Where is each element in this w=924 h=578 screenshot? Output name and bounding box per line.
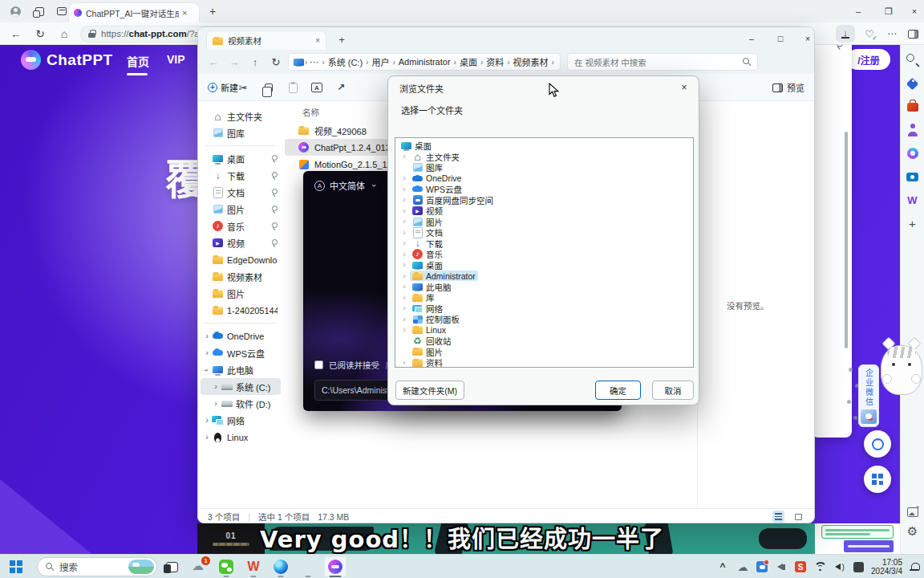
customer-service-button[interactable]	[864, 430, 891, 458]
copilot-sidebar-icon[interactable]	[904, 144, 922, 162]
breadcrumb-item[interactable]: 视频素材	[511, 55, 551, 68]
sidebar-item-视频[interactable]: 视频	[201, 234, 281, 251]
sidebar-item-EdgeDownloads[interactable]: EdgeDownloads	[201, 251, 281, 268]
nav-item-VIP[interactable]: VIP	[167, 53, 185, 75]
taskbar-clock[interactable]: 17:052024/3/4	[871, 558, 902, 576]
cancel-button[interactable]: 取消	[652, 381, 694, 400]
breadcrumb-item[interactable]: 用户	[369, 55, 391, 68]
explorer-minimize-icon[interactable]: –	[740, 31, 763, 46]
tree-item-控制面板[interactable]: ›控制面板	[395, 314, 693, 325]
sidebar-item-1-240205144234[interactable]: 1-240205144234	[201, 302, 281, 319]
tree-expander-icon[interactable]: ›	[399, 239, 410, 247]
sidebar-item-Linux[interactable]: Linux	[201, 429, 281, 446]
window-minimize-icon[interactable]: –	[847, 3, 869, 19]
agree-checkbox[interactable]	[314, 360, 323, 369]
flyout-scrollbar[interactable]	[845, 132, 848, 348]
cut-icon[interactable]	[233, 79, 253, 96]
sidebar-item-下载[interactable]: 下载	[201, 167, 281, 184]
chevron-icon[interactable]	[202, 332, 212, 341]
taskbar-app-wechat[interactable]	[215, 556, 237, 577]
pc-manager-tray-icon[interactable]	[756, 561, 768, 572]
ok-button[interactable]: 确定	[595, 381, 641, 400]
enterprise-wechat-badge[interactable]: 企业微信	[858, 364, 879, 427]
chevron-icon[interactable]	[211, 382, 221, 392]
shopping-sidebar-icon[interactable]	[904, 75, 922, 92]
tree-expander-icon[interactable]: ›	[399, 261, 410, 269]
window-maximize-icon[interactable]: ❐	[877, 3, 900, 19]
taskbar-app-weather[interactable]: 1	[188, 556, 210, 577]
tree-expander-icon[interactable]: ›	[399, 294, 410, 302]
template-card-purple[interactable]	[844, 540, 894, 552]
sidebar-item-音乐[interactable]: 音乐	[201, 218, 281, 234]
chevron-icon[interactable]	[202, 416, 212, 425]
qr-code-button[interactable]	[864, 466, 891, 493]
image-sidebar-icon[interactable]	[907, 507, 918, 517]
pen-tray-icon[interactable]	[853, 562, 864, 572]
tree-item-音乐[interactable]: ›音乐	[395, 249, 693, 260]
breadcrumb-overflow-icon[interactable]: ⋯	[308, 57, 321, 67]
gear-sidebar-icon[interactable]	[904, 523, 922, 540]
chevron-icon[interactable]	[211, 399, 221, 409]
breadcrumb-item[interactable]: 资料	[484, 55, 506, 68]
wifi-tray-icon[interactable]	[813, 560, 826, 573]
sidebar-item-系统 (C:)[interactable]: 系统 (C:)	[201, 378, 281, 395]
tree-item-库[interactable]: ›库	[395, 292, 693, 303]
tree-expander-icon[interactable]: ›	[399, 326, 410, 334]
tree-expander-icon[interactable]: ›	[399, 229, 410, 237]
taskbar-app-folder[interactable]	[297, 556, 319, 577]
explorer-tab-close-icon[interactable]: ×	[315, 36, 320, 45]
tree-item-下载[interactable]: ›下载	[395, 238, 693, 250]
rename-icon[interactable]	[307, 79, 326, 96]
taskbar-app-wps[interactable]	[242, 556, 265, 577]
sidebar-item-图片[interactable]: 图片	[201, 285, 281, 302]
window-close-icon[interactable]: ×	[903, 3, 924, 19]
sidebar-item-视频素材[interactable]: 视频素材	[201, 268, 281, 285]
tree-item-图片[interactable]: 图片	[395, 347, 693, 358]
explorer-tab[interactable]: 视频素材 ×	[206, 31, 326, 50]
nav-up-icon[interactable]: ↑	[246, 54, 264, 70]
w-sidebar-icon[interactable]	[904, 191, 922, 209]
sogou-tray-icon[interactable]	[795, 561, 806, 572]
tree-expander-icon[interactable]: ›	[399, 359, 410, 367]
tree-expander-icon[interactable]: ›	[399, 218, 410, 226]
sidebar-item-OneDrive[interactable]: OneDrive	[201, 328, 281, 344]
people-sidebar-icon[interactable]	[904, 121, 922, 139]
breadcrumb-item[interactable]: Administrator	[396, 57, 453, 67]
workspaces-icon[interactable]	[32, 4, 47, 18]
list-view-icon[interactable]	[772, 511, 784, 523]
sidebar-item-软件 (D:)[interactable]: 软件 (D:)	[201, 395, 281, 412]
sidebar-item-主文件夹[interactable]: 主文件夹	[201, 108, 281, 124]
audio-device-tray-icon[interactable]	[775, 560, 788, 573]
tree-expander-icon[interactable]: ›	[399, 153, 410, 161]
tree-item-Administrator[interactable]: ›Administrator	[395, 271, 693, 282]
new-folder-button[interactable]: 新建文件夹(M)	[395, 381, 464, 400]
breadcrumb-item[interactable]: 系统 (C:)	[326, 55, 365, 68]
tree-item-图库[interactable]: 图库	[395, 162, 693, 173]
sidebar-item-WPS云盘[interactable]: WPS云盘	[201, 344, 281, 361]
downloads-icon[interactable]	[836, 25, 855, 43]
tree-expander-icon[interactable]: ›	[399, 185, 410, 193]
tree-expander-icon[interactable]: ›	[399, 196, 410, 204]
onedrive-tray-icon[interactable]	[736, 560, 749, 573]
favorites-heart-icon[interactable]	[860, 25, 879, 43]
sidebar-item-此电脑[interactable]: 此电脑	[201, 361, 281, 378]
explorer-close-icon[interactable]: ×	[796, 31, 815, 46]
back-icon[interactable]: ←	[8, 26, 24, 42]
preview-toggle-button[interactable]: 预览	[768, 79, 809, 96]
installer-language-selector[interactable]: A 中文简体	[314, 179, 379, 192]
chevron-up-tray-icon[interactable]	[716, 560, 729, 573]
volume-tray-icon[interactable]	[833, 560, 846, 573]
new-tab-icon[interactable]: +	[205, 4, 220, 18]
column-header-name[interactable]: 名称	[302, 106, 319, 118]
tree-item-桌面[interactable]: 桌面	[395, 140, 693, 152]
tree-item-资料[interactable]: ›资料	[395, 357, 693, 368]
browser-tab[interactable]: ChatPPT_AI一键对话生成PPT_智 ×	[69, 3, 199, 22]
plus-sidebar-icon[interactable]	[904, 214, 922, 232]
sidebar-item-网络[interactable]: 网络	[201, 412, 281, 429]
explorer-titlebar[interactable]: 视频素材 × + – □ ×	[198, 27, 814, 50]
tree-expander-icon[interactable]: ›	[399, 250, 410, 258]
chevron-icon[interactable]	[202, 365, 212, 375]
taskbar-search-box[interactable]: 搜索	[37, 557, 157, 576]
nav-forward-icon[interactable]: →	[225, 54, 243, 70]
nav-refresh-icon[interactable]: ↻	[267, 54, 285, 70]
